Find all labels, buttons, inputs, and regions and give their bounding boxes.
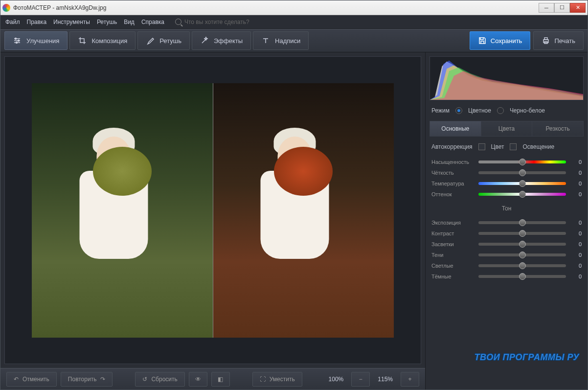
menu-edit[interactable]: Правка bbox=[27, 19, 47, 25]
slider-track[interactable] bbox=[478, 275, 566, 278]
top-slider-row: Оттенок0 bbox=[431, 191, 582, 197]
fit-button[interactable]: ⛶ Уместить bbox=[252, 372, 302, 387]
slider-label: Тени bbox=[431, 252, 475, 258]
svg-point-3 bbox=[15, 38, 17, 40]
slider-label: Светлые bbox=[431, 263, 475, 269]
slider-value: 0 bbox=[570, 220, 582, 226]
preview-button[interactable]: 👁 bbox=[189, 372, 207, 387]
slider-thumb[interactable] bbox=[519, 159, 526, 165]
canvas-viewport[interactable] bbox=[4, 56, 421, 364]
slider-value: 0 bbox=[570, 252, 582, 258]
menu-tools[interactable]: Инструменты bbox=[53, 19, 90, 25]
slider-track[interactable] bbox=[478, 232, 566, 235]
slider-track[interactable] bbox=[478, 243, 566, 246]
plus-icon: + bbox=[408, 376, 411, 383]
tab-colors[interactable]: Цвета bbox=[481, 121, 533, 136]
tab-label: Эффекты bbox=[214, 37, 243, 45]
image-after bbox=[213, 83, 394, 338]
tone-slider-row: Тени0 bbox=[431, 252, 582, 258]
slider-value: 0 bbox=[570, 274, 582, 279]
slider-thumb[interactable] bbox=[519, 262, 526, 269]
slider-thumb[interactable] bbox=[519, 191, 526, 198]
save-icon bbox=[478, 36, 487, 45]
tone-slider-row: Экспозиция0 bbox=[431, 220, 582, 226]
slider-value: 0 bbox=[570, 159, 582, 165]
tab-basic[interactable]: Основные bbox=[430, 121, 481, 136]
slider-thumb[interactable] bbox=[519, 230, 526, 237]
slider-track[interactable] bbox=[478, 182, 566, 185]
slider-track[interactable] bbox=[478, 161, 566, 163]
print-label: Печать bbox=[554, 37, 575, 45]
tab-effects[interactable]: Эффекты bbox=[192, 31, 251, 50]
tab-enhance[interactable]: Улучшения bbox=[4, 31, 68, 50]
tone-slider-row: Тёмные0 bbox=[431, 274, 582, 279]
search-box[interactable]: Что вы хотите сделать? bbox=[175, 19, 249, 25]
menu-retouch[interactable]: Ретушь bbox=[97, 19, 117, 25]
slider-thumb[interactable] bbox=[519, 252, 526, 258]
search-placeholder: Что вы хотите сделать? bbox=[184, 19, 249, 25]
minimize-button[interactable]: ─ bbox=[539, 3, 554, 13]
slider-thumb[interactable] bbox=[519, 169, 526, 176]
redo-icon: ↷ bbox=[100, 376, 105, 383]
save-button[interactable]: Сохранить bbox=[470, 31, 531, 50]
print-icon bbox=[542, 36, 550, 45]
crop-icon bbox=[78, 36, 87, 45]
slider-thumb[interactable] bbox=[519, 241, 526, 248]
slider-value: 0 bbox=[570, 263, 582, 269]
tone-slider-row: Засветки0 bbox=[431, 241, 582, 247]
histogram[interactable] bbox=[430, 56, 584, 100]
menu-view[interactable]: Вид bbox=[124, 19, 135, 25]
brush-icon bbox=[146, 36, 155, 45]
slider-value: 0 bbox=[570, 181, 582, 186]
slider-value: 0 bbox=[570, 191, 582, 197]
undo-button[interactable]: ↶ Отменить bbox=[6, 372, 57, 387]
slider-label: Оттенок bbox=[431, 191, 475, 197]
window-title: ФотоМАСТЕР - amNskXA9gDw.jpg bbox=[13, 4, 539, 11]
auto-light-label: Освещение bbox=[522, 143, 554, 150]
tab-retouch[interactable]: Ретушь bbox=[137, 31, 190, 50]
top-slider-row: Температура0 bbox=[431, 181, 582, 186]
titlebar: ФотоМАСТЕР - amNskXA9gDw.jpg ─ ☐ ✕ bbox=[0, 0, 588, 15]
eye-icon: 👁 bbox=[195, 376, 201, 383]
checkbox-light[interactable] bbox=[510, 143, 517, 150]
slider-track[interactable] bbox=[478, 171, 566, 174]
zoom-in-button[interactable]: + bbox=[401, 372, 419, 387]
slider-thumb[interactable] bbox=[519, 273, 526, 280]
slider-value: 0 bbox=[570, 170, 582, 176]
auto-label: Автокоррекция bbox=[431, 143, 473, 150]
tab-composition[interactable]: Композиция bbox=[69, 31, 136, 50]
slider-thumb[interactable] bbox=[519, 180, 526, 187]
search-icon bbox=[175, 19, 181, 25]
slider-track[interactable] bbox=[478, 264, 566, 267]
tab-text[interactable]: Надписи bbox=[253, 31, 309, 50]
slider-value: 0 bbox=[570, 230, 582, 236]
slider-value: 0 bbox=[570, 241, 582, 247]
slider-track[interactable] bbox=[478, 193, 566, 196]
checkbox-color[interactable] bbox=[478, 143, 485, 150]
slider-label: Экспозиция bbox=[431, 220, 475, 226]
radio-color[interactable] bbox=[455, 107, 462, 114]
menubar: Файл Правка Инструменты Ретушь Вид Справ… bbox=[0, 15, 588, 29]
slider-label: Насыщенность bbox=[431, 159, 475, 165]
zoom-100[interactable]: 100% bbox=[325, 376, 348, 383]
redo-button[interactable]: Повторить ↷ bbox=[61, 372, 113, 387]
close-button[interactable]: ✕ bbox=[570, 3, 586, 13]
print-button[interactable]: Печать bbox=[533, 31, 584, 50]
radio-bw[interactable] bbox=[497, 107, 504, 114]
slider-track[interactable] bbox=[478, 253, 566, 256]
svg-rect-7 bbox=[544, 38, 547, 40]
slider-track[interactable] bbox=[478, 221, 566, 224]
zoom-value: 115% bbox=[374, 376, 397, 383]
mode-label: Режим bbox=[431, 107, 450, 114]
zoom-out-button[interactable]: − bbox=[351, 372, 370, 387]
auto-correction-row: Автокоррекция Цвет Освещение bbox=[430, 140, 584, 153]
compare-button[interactable]: ◧ bbox=[211, 372, 230, 387]
menu-help[interactable]: Справка bbox=[141, 19, 164, 25]
tab-sharpness[interactable]: Резкость bbox=[532, 121, 583, 136]
reset-button[interactable]: ↺ Сбросить bbox=[135, 372, 184, 387]
right-panel: Режим Цветное Черно-белое Основные Цвета… bbox=[425, 52, 588, 390]
image-before bbox=[32, 83, 213, 338]
maximize-button[interactable]: ☐ bbox=[554, 3, 570, 13]
menu-file[interactable]: Файл bbox=[5, 19, 20, 25]
slider-thumb[interactable] bbox=[519, 219, 526, 226]
